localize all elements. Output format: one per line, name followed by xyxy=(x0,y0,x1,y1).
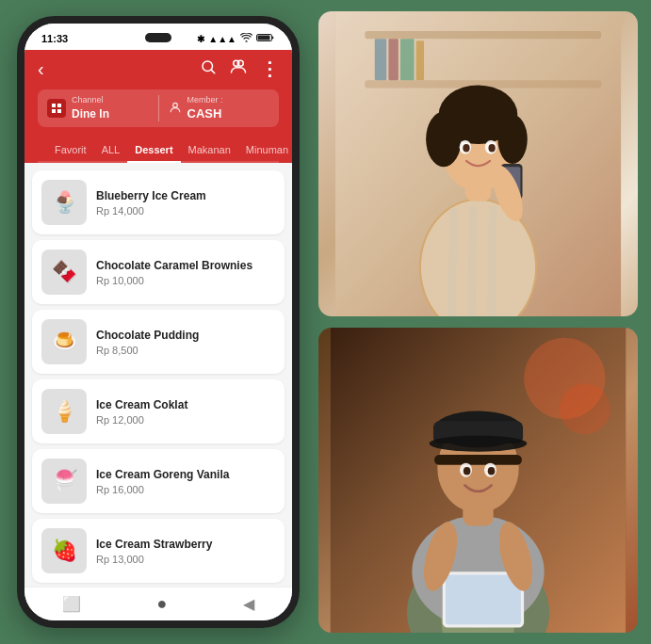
menu-item-info: Chocolate Caramel Brownies Rp 10,000 xyxy=(96,259,275,286)
menu-item-image: 🍦 xyxy=(41,389,87,434)
svg-rect-17 xyxy=(400,39,415,80)
menu-item[interactable]: 🍦 Ice Cream Coklat Rp 12,000 xyxy=(32,379,285,443)
tab-makanan[interactable]: Makanan xyxy=(181,137,238,161)
menu-item[interactable]: 🍨 Blueberry Ice Cream Rp 14,000 xyxy=(32,170,285,234)
svg-rect-8 xyxy=(52,109,56,113)
member-person-icon xyxy=(169,101,182,117)
member-label: Member : xyxy=(187,95,223,105)
phone-frame: 11:33 ✱ ▲▲▲ xyxy=(17,16,300,628)
divider xyxy=(158,95,159,121)
tab-dessert[interactable]: Dessert xyxy=(127,137,180,161)
menu-item-price: Rp 10,000 xyxy=(96,275,275,286)
bottom-nav: ⬜ ● ◀ xyxy=(24,587,292,620)
menu-item-name: Chocolate Pudding xyxy=(96,329,275,342)
menu-item-info: Ice Cream Coklat Rp 12,000 xyxy=(96,398,275,426)
svg-rect-13 xyxy=(365,31,601,39)
channel-info: Channel Dine In xyxy=(47,95,149,121)
svg-rect-16 xyxy=(388,39,398,80)
menu-item-name: Ice Cream Goreng Vanila xyxy=(96,468,275,481)
status-bar: 11:33 ✱ ▲▲▲ xyxy=(24,24,292,50)
menu-item-image: 🍧 xyxy=(41,459,87,504)
menu-item-name: Ice Cream Strawberry xyxy=(96,538,275,551)
app-header: ‹ ⋮ xyxy=(24,50,292,163)
menu-item[interactable]: 🍧 Ice Cream Goreng Vanila Rp 16,000 xyxy=(32,449,285,513)
channel-text: Channel Dine In xyxy=(72,95,109,121)
menu-item-info: Ice Cream Goreng Vanila Rp 16,000 xyxy=(96,468,275,495)
wifi-icon xyxy=(240,33,252,44)
svg-rect-6 xyxy=(52,104,56,107)
signal-icon: ▲▲▲ xyxy=(208,34,236,44)
svg-rect-18 xyxy=(416,40,424,80)
channel-icon xyxy=(47,99,66,118)
menu-item-image: 🍫 xyxy=(41,250,87,295)
menu-item-image: 🍮 xyxy=(41,319,87,364)
menu-item-image: 🍓 xyxy=(41,528,87,573)
member-text: Member : CASH xyxy=(187,95,223,121)
menu-list: 🍨 Blueberry Ice Cream Rp 14,000 🍫 Chocol… xyxy=(24,163,292,587)
svg-point-10 xyxy=(172,103,177,107)
phone-notch xyxy=(145,33,171,42)
menu-item-price: Rp 13,000 xyxy=(96,554,275,565)
more-icon[interactable]: ⋮ xyxy=(260,57,279,80)
tab-favorit[interactable]: Favorit xyxy=(47,137,94,161)
category-tabs: Favorit ALL Dessert Makanan Minuman xyxy=(38,137,279,163)
header-top: ‹ ⋮ xyxy=(38,57,279,80)
member-value: CASH xyxy=(187,106,222,121)
svg-rect-1 xyxy=(258,36,270,40)
svg-point-32 xyxy=(463,144,469,152)
search-icon[interactable] xyxy=(200,58,217,79)
status-icons: ✱ ▲▲▲ xyxy=(197,33,275,44)
person-icon[interactable] xyxy=(230,58,247,79)
menu-item-info: Chocolate Pudding Rp 8,500 xyxy=(96,329,275,356)
woman-photo xyxy=(318,11,638,316)
svg-point-49 xyxy=(430,435,528,451)
menu-item-info: Blueberry Ice Cream Rp 14,000 xyxy=(96,189,275,217)
menu-item-price: Rp 16,000 xyxy=(96,484,275,495)
time-display: 11:33 xyxy=(41,33,68,44)
menu-item-price: Rp 14,000 xyxy=(96,205,275,217)
tab-all[interactable]: ALL xyxy=(94,137,128,161)
menu-item[interactable]: 🍮 Chocolate Pudding Rp 8,500 xyxy=(32,310,285,374)
home-nav-icon[interactable]: ● xyxy=(157,594,168,614)
menu-item-name: Chocolate Caramel Brownies xyxy=(96,259,275,272)
svg-rect-7 xyxy=(57,104,61,107)
svg-point-33 xyxy=(488,144,495,152)
svg-rect-56 xyxy=(446,574,521,624)
menu-item[interactable]: 🍓 Ice Cream Strawberry Rp 13,000 xyxy=(32,519,285,583)
header-icons: ⋮ xyxy=(200,57,279,80)
svg-rect-9 xyxy=(57,109,61,113)
svg-point-53 xyxy=(464,467,471,475)
svg-rect-15 xyxy=(375,39,387,80)
bluetooth-icon: ✱ xyxy=(197,34,204,44)
channel-value: Dine In xyxy=(72,107,109,121)
menu-item-info: Ice Cream Strawberry Rp 13,000 xyxy=(96,538,275,565)
battery-icon xyxy=(256,33,275,44)
photos-panel xyxy=(300,0,651,644)
svg-line-23 xyxy=(491,206,493,316)
menu-item-name: Ice Cream Coklat xyxy=(96,398,275,411)
woman-photo-placeholder xyxy=(318,11,638,316)
menu-item-price: Rp 12,000 xyxy=(96,414,275,426)
svg-rect-50 xyxy=(434,455,522,465)
menu-item-image: 🍨 xyxy=(41,180,87,225)
menu-item[interactable]: 🍫 Chocolate Caramel Brownies Rp 10,000 xyxy=(32,240,285,304)
svg-line-3 xyxy=(211,70,214,72)
menu-item-price: Rp 8,500 xyxy=(96,345,275,356)
square-nav-icon[interactable]: ⬜ xyxy=(62,595,81,613)
svg-point-54 xyxy=(488,467,496,475)
back-nav-icon[interactable]: ◀ xyxy=(243,595,254,613)
member-info: Member : CASH xyxy=(169,95,270,121)
svg-line-22 xyxy=(471,206,473,316)
back-button[interactable]: ‹ xyxy=(38,59,44,78)
svg-line-21 xyxy=(451,208,453,316)
man-photo xyxy=(318,328,638,633)
tab-minuman[interactable]: Minuman xyxy=(238,137,296,161)
svg-point-40 xyxy=(560,383,610,434)
menu-item-name: Blueberry Ice Cream xyxy=(96,189,275,202)
svg-point-29 xyxy=(443,89,513,128)
man-photo-placeholder xyxy=(318,328,638,633)
channel-label: Channel xyxy=(72,95,109,105)
channel-member-bar: Channel Dine In Member : CASH xyxy=(38,89,279,127)
